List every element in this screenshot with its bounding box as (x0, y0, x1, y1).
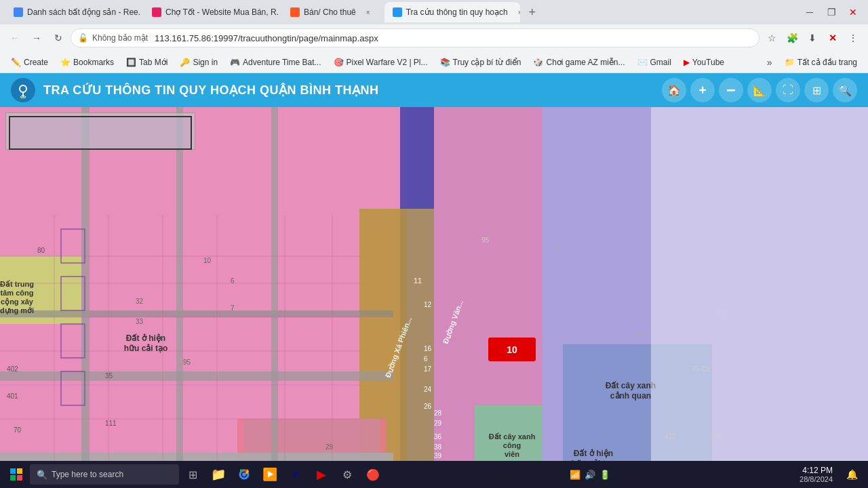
extensions-button[interactable]: 🧩 (783, 28, 802, 47)
bookmark-choi-game[interactable]: 🎲 Chơi game AZ miễn... (528, 54, 630, 70)
app5-taskbar-button[interactable]: ✓ (283, 462, 308, 487)
tab-cho-tot[interactable]: Chợ Tốt - Website Mua Bán, R... × (144, 2, 279, 22)
svg-text:401: 401 (7, 392, 18, 400)
svg-text:Đất cây xanh: Đất cây xanh (489, 432, 536, 441)
bookmark-truy-cap[interactable]: 📚 Truy cập bí từ điển (435, 54, 527, 70)
bookmarks-more-button[interactable]: » (762, 54, 778, 70)
tab1-label: Danh sách bất động sản - Ree... (27, 7, 141, 17)
taskbar-search-bar[interactable]: 🔍 Type here to search (30, 464, 179, 485)
zoom-out-button[interactable]: − (719, 78, 743, 102)
bookmark-tat-ca-dau-trang[interactable]: 📁 Tất cả đầu trang (779, 54, 863, 70)
bookmark-choi-game-label: Chơi game AZ miễn... (546, 58, 625, 67)
tab3-close[interactable]: × (363, 7, 374, 18)
forward-button[interactable]: → (27, 28, 46, 47)
svg-text:10: 10 (203, 257, 212, 264)
svg-text:Đất ở hiện: Đất ở hiện (574, 449, 613, 458)
tab-danh-sach[interactable]: Danh sách bất động sản - Ree... × (5, 2, 141, 22)
svg-text:tâm công: tâm công (1, 289, 34, 297)
taskbar-time: 4:12 PM (802, 466, 833, 475)
start-button[interactable] (4, 462, 28, 487)
app4-taskbar-button[interactable]: ▶️ (258, 462, 282, 487)
minimize-button[interactable]: ─ (800, 3, 819, 22)
taskbar: 🔍 Type here to search ⊞ 📁 ▶️ ✓ ▶ ⚙ 🔴 📶 🔊 (0, 461, 868, 488)
windows-logo (10, 468, 22, 481)
chrome-taskbar-button[interactable] (232, 462, 256, 487)
taskbar-search-icon: 🔍 (37, 470, 47, 480)
svg-rect-19 (176, 107, 183, 488)
bookmark-adventure-time[interactable]: 🎮 Adventure Time Bat... (224, 54, 326, 70)
bookmark-sign-in[interactable]: 🔑 Sign in (174, 54, 223, 70)
tab1-favicon (14, 7, 23, 17)
bookmark-create-label: Create (24, 58, 48, 67)
sign-in-icon: 🔑 (180, 58, 190, 67)
new-tab-button[interactable]: + (523, 3, 542, 22)
security-icon: 🔓 (78, 33, 88, 43)
bookmark-youtube[interactable]: ▶ YouTube (678, 54, 730, 70)
svg-text:35: 35 (105, 372, 113, 380)
svg-rect-17 (0, 310, 393, 317)
system-tray: 📶 🔊 🔋 (566, 470, 614, 480)
menu-button[interactable]: ⋮ (844, 28, 863, 47)
svg-text:Đất cây xanh: Đất cây xanh (606, 381, 656, 390)
toolbar-actions: ☆ 🧩 ⬇ ✕ ⋮ (762, 28, 863, 47)
svg-text:7: 7 (231, 304, 235, 312)
reload-button[interactable]: ↻ (49, 28, 68, 47)
bookmarks-icon: ⭐ (60, 58, 71, 67)
app7-taskbar-button[interactable]: ⚙ (335, 462, 359, 487)
download-button[interactable]: ⬇ (803, 28, 822, 47)
back-button[interactable]: ← (5, 28, 24, 47)
tab4-favicon (393, 7, 402, 17)
bookmark-truy-cap-label: Truy cập bí từ điển (453, 58, 521, 67)
task-view-icon: ⊞ (189, 468, 197, 481)
profile-button[interactable]: ✕ (823, 28, 842, 47)
bookmark-tat-ca-label: Tất cả đầu trang (797, 58, 857, 67)
svg-text:16: 16 (424, 345, 432, 352)
bookmark-pixel-warfare[interactable]: 🎯 Pixel Warfare V2 | Pl... (328, 54, 433, 70)
map-search-button[interactable]: 🔍 (833, 78, 857, 102)
tab3-favicon (290, 7, 300, 17)
notification-icon: 🔔 (846, 469, 858, 480)
bookmark-tab-moi[interactable]: 🔲 Tab Mới (121, 54, 173, 70)
svg-text:17: 17 (424, 365, 432, 373)
task-view-button[interactable]: ⊞ (180, 462, 205, 487)
svg-text:cảnh quan: cảnh quan (610, 391, 651, 401)
tat-ca-icon: 📁 (785, 58, 795, 67)
file-explorer-icon: 📁 (211, 467, 226, 482)
svg-text:Đất ở hiện: Đất ở hiện (126, 333, 165, 343)
close-window-button[interactable]: ✕ (844, 3, 863, 22)
address-bar[interactable]: 🔓 Không bảo mật 113.161.75.86:19997/trac… (71, 28, 760, 47)
fullscreen-button[interactable]: ⛶ (776, 78, 800, 102)
file-explorer-button[interactable]: 📁 (206, 462, 231, 487)
measure-button[interactable]: 📐 (747, 78, 772, 102)
bookmark-page-button[interactable]: ☆ (762, 28, 781, 47)
svg-text:16: 16 (637, 331, 646, 339)
svg-text:32: 32 (136, 298, 144, 305)
tab-tra-cuu[interactable]: Tra cứu thông tin quy hoạch × (384, 2, 520, 22)
bookmark-bookmarks-label: Bookmarks (73, 58, 114, 67)
notification-button[interactable]: 🔔 (840, 462, 864, 487)
svg-text:6: 6 (424, 355, 428, 363)
home-button[interactable]: 🏠 (662, 78, 686, 102)
app8-taskbar-button[interactable]: 🔴 (361, 462, 385, 487)
svg-text:111: 111 (105, 420, 117, 427)
zoom-in-button[interactable]: + (690, 78, 715, 102)
tab-ban-cho[interactable]: Bán/ Cho thuê × (282, 2, 382, 22)
svg-text:10: 10 (507, 344, 517, 355)
truy-cap-icon: 📚 (440, 58, 450, 67)
svg-point-0 (20, 85, 26, 92)
layers-button[interactable]: ⊞ (804, 78, 829, 102)
youtube-taskbar-button[interactable]: ▶ (309, 462, 334, 487)
bookmark-create[interactable]: ✏️ Create (5, 54, 54, 70)
tab4-close[interactable]: × (515, 7, 520, 18)
svg-text:80: 80 (37, 247, 45, 254)
bookmark-tab-moi-label: Tab Mới (139, 58, 167, 67)
taskbar-clock[interactable]: 4:12 PM 28/8/2024 (794, 466, 838, 483)
map-canvas[interactable]: Đường Xá Phiên... Đường Văn... Nguyễn Vă… (0, 107, 868, 488)
map-area[interactable]: Đường Xá Phiên... Đường Văn... Nguyễn Vă… (0, 107, 868, 488)
app8-icon: 🔴 (366, 468, 380, 481)
restore-button[interactable]: ❐ (822, 3, 841, 22)
svg-text:33: 33 (136, 318, 144, 325)
bookmark-bookmarks[interactable]: ⭐ Bookmarks (55, 54, 119, 70)
bookmark-gmail[interactable]: ✉️ Gmail (632, 54, 677, 70)
tab-moi-icon: 🔲 (126, 58, 136, 67)
